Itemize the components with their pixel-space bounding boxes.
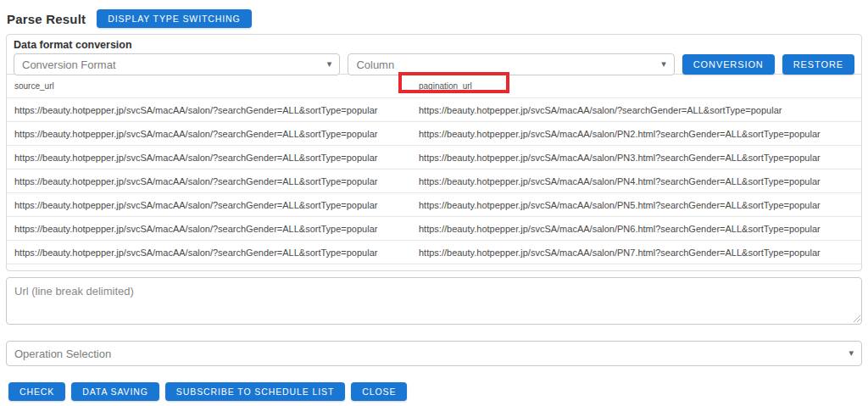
column-select[interactable]: Column ▾: [348, 53, 674, 75]
parse-result-card: Data format conversion Conversion Format…: [6, 34, 862, 271]
check-button[interactable]: CHECK: [8, 382, 65, 401]
source-url-cell: https://beauty.hotpepper.jp/svcSA/macAA/…: [7, 153, 412, 163]
table-row: https://beauty.hotpepper.jp/svcSA/macAA/…: [7, 169, 861, 192]
table-row: https://beauty.hotpepper.jp/svcSA/macAA/…: [7, 121, 861, 145]
table-row: https://beauty.hotpepper.jp/svcSA/macAA/…: [7, 97, 861, 121]
column-header-source-url: source_url: [7, 81, 412, 91]
column-placeholder: Column: [356, 58, 394, 71]
page-title: Parse Result: [7, 12, 86, 26]
pagination-url-cell: https://beauty.hotpepper.jp/svcSA/macAA/…: [412, 224, 861, 234]
column-header-pagination-url: pagination_url: [412, 81, 861, 91]
table-row: https://beauty.hotpepper.jp/svcSA/macAA/…: [7, 192, 861, 216]
chevron-down-icon: ▾: [849, 348, 854, 358]
source-url-cell: https://beauty.hotpepper.jp/svcSA/macAA/…: [7, 200, 412, 210]
close-button[interactable]: CLOSE: [351, 382, 407, 401]
table-footer-strip: [7, 264, 861, 271]
conversion-format-select[interactable]: Conversion Format ▾: [14, 53, 340, 75]
pagination-url-cell: https://beauty.hotpepper.jp/svcSA/macAA/…: [412, 176, 861, 186]
conversion-format-placeholder: Conversion Format: [22, 58, 116, 71]
pagination-url-cell: https://beauty.hotpepper.jp/svcSA/macAA/…: [412, 200, 861, 210]
topbar: Parse Result DISPLAY TYPE SWITCHING: [7, 9, 861, 28]
table-row: https://beauty.hotpepper.jp/svcSA/macAA/…: [7, 216, 861, 240]
restore-button[interactable]: RESTORE: [782, 54, 854, 75]
conversion-button[interactable]: CONVERSION: [682, 54, 775, 75]
table-body: https://beauty.hotpepper.jp/svcSA/macAA/…: [7, 97, 861, 271]
pagination-url-cell: https://beauty.hotpepper.jp/svcSA/macAA/…: [412, 247, 861, 258]
table-header-row: source_url pagination_url: [7, 75, 861, 97]
source-url-cell: https://beauty.hotpepper.jp/svcSA/macAA/…: [7, 105, 412, 115]
operation-select[interactable]: Operation Selection ▾: [6, 341, 862, 366]
url-input[interactable]: [6, 277, 862, 325]
chevron-down-icon: ▾: [661, 59, 666, 69]
source-url-cell: https://beauty.hotpepper.jp/svcSA/macAA/…: [7, 176, 412, 186]
table-row: https://beauty.hotpepper.jp/svcSA/macAA/…: [7, 240, 861, 264]
display-type-switching-button[interactable]: DISPLAY TYPE SWITCHING: [97, 9, 251, 28]
operation-select-placeholder: Operation Selection: [14, 348, 111, 360]
source-url-cell: https://beauty.hotpepper.jp/svcSA/macAA/…: [7, 224, 412, 234]
source-url-cell: https://beauty.hotpepper.jp/svcSA/macAA/…: [7, 129, 412, 139]
table-row: https://beauty.hotpepper.jp/svcSA/macAA/…: [7, 145, 861, 169]
pagination-url-cell: https://beauty.hotpepper.jp/svcSA/macAA/…: [412, 105, 861, 115]
source-url-cell: https://beauty.hotpepper.jp/svcSA/macAA/…: [7, 247, 412, 258]
data-saving-button[interactable]: DATA SAVING: [71, 382, 159, 401]
footer-actions: CHECK DATA SAVING SUBSCRIBE TO SCHEDULE …: [8, 382, 862, 401]
conversion-controls: Conversion Format ▾ Column ▾ CONVERSION …: [14, 53, 854, 75]
url-textarea-wrap: [0, 277, 868, 325]
pagination-url-cell: https://beauty.hotpepper.jp/svcSA/macAA/…: [412, 153, 861, 163]
chevron-down-icon: ▾: [327, 59, 332, 69]
pagination-url-cell: https://beauty.hotpepper.jp/svcSA/macAA/…: [412, 129, 861, 139]
data-format-conversion-panel: Data format conversion Conversion Format…: [7, 35, 861, 75]
panel-title: Data format conversion: [14, 39, 854, 51]
subscribe-to-schedule-list-button[interactable]: SUBSCRIBE TO SCHEDULE LIST: [165, 382, 345, 401]
